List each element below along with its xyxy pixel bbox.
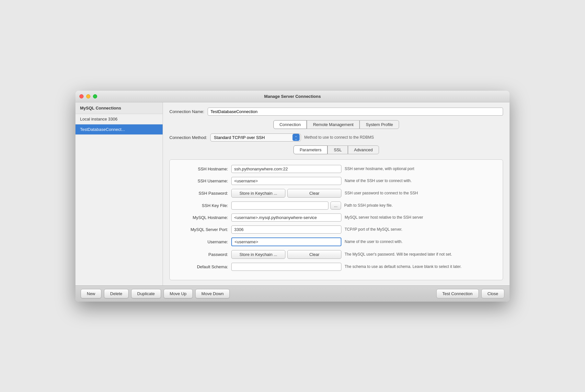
subtab-advanced[interactable]: Advanced xyxy=(348,145,379,154)
ssh-password-row: SSH Password: Store in Keychain ... Clea… xyxy=(176,189,496,198)
method-hint: Method to use to connect to the RDBMS xyxy=(304,135,374,140)
default-schema-hint: The schema to use as default schema. Lea… xyxy=(345,264,496,269)
method-select[interactable]: Standard TCP/IP over SSH xyxy=(210,133,301,142)
main-window: Manage Server Connections MySQL Connecti… xyxy=(75,91,510,302)
ssh-username-label: SSH Username: xyxy=(176,179,228,183)
ssh-password-btn-pair: Store in Keychain ... Clear xyxy=(231,189,341,198)
move-up-button[interactable]: Move Up xyxy=(164,289,193,298)
delete-button[interactable]: Delete xyxy=(104,289,129,298)
subtab-ssl[interactable]: SSL xyxy=(327,145,348,154)
sidebar-header: MySQL Connections xyxy=(75,102,163,114)
password-row: Password: Store in Keychain ... Clear Th… xyxy=(176,250,496,259)
method-label: Connection Method: xyxy=(169,135,207,140)
tab-remote-management[interactable]: Remote Management xyxy=(307,120,360,129)
ssh-key-file-hint: Path to SSH private key file. xyxy=(344,203,496,208)
mysql-store-keychain-button[interactable]: Store in Keychain ... xyxy=(231,250,285,259)
main-content: MySQL Connections Local instance 3306 Te… xyxy=(75,102,510,285)
new-button[interactable]: New xyxy=(81,289,101,298)
default-schema-row: Default Schema: The schema to use as def… xyxy=(176,263,496,271)
ssh-key-file-label: SSH Key File: xyxy=(176,203,228,208)
password-hint: The MySQL user's password. Will be reque… xyxy=(345,252,496,257)
ssh-hostname-input[interactable] xyxy=(231,165,341,173)
right-panel: Connection Name: Connection Remote Manag… xyxy=(163,102,510,285)
ssh-password-hint: SSH user password to connect to the SSH xyxy=(345,191,496,195)
ssh-clear-button[interactable]: Clear xyxy=(287,189,341,198)
mysql-port-hint: TCP/IP port of the MySQL server. xyxy=(345,227,496,232)
minimize-traffic-light[interactable] xyxy=(86,94,90,98)
params-container: SSH Hostname: SSH server hostname, with … xyxy=(169,159,503,280)
tab-system-profile[interactable]: System Profile xyxy=(360,120,399,129)
mysql-hostname-input[interactable] xyxy=(231,213,341,222)
mysql-port-label: MySQL Server Port: xyxy=(176,227,228,232)
sidebar: MySQL Connections Local instance 3306 Te… xyxy=(75,102,163,285)
mysql-port-row: MySQL Server Port: TCP/IP port of the My… xyxy=(176,225,496,234)
mysql-clear-button[interactable]: Clear xyxy=(287,250,341,259)
ssh-key-file-input[interactable] xyxy=(231,202,328,210)
ssh-username-row: SSH Username: Name of the SSH user to co… xyxy=(176,177,496,185)
params-wrapper: SSH Hostname: SSH server hostname, with … xyxy=(169,159,503,280)
ssh-key-browse-button[interactable]: ... xyxy=(330,202,341,210)
maximize-traffic-light[interactable] xyxy=(93,94,97,98)
test-connection-button[interactable]: Test Connection xyxy=(436,289,479,298)
subtabs-row: Parameters SSL Advanced xyxy=(169,145,503,154)
main-tabs-row: Connection Remote Management System Prof… xyxy=(169,120,503,129)
connection-name-label: Connection Name: xyxy=(169,109,204,114)
duplicate-button[interactable]: Duplicate xyxy=(131,289,161,298)
sidebar-item-test-db[interactable]: TestDatabaseConnect... xyxy=(75,124,163,135)
traffic-lights xyxy=(79,94,97,98)
window-title: Manage Server Connections xyxy=(264,94,321,99)
titlebar: Manage Server Connections xyxy=(75,91,510,102)
ssh-password-label: SSH Password: xyxy=(176,191,228,196)
ssh-username-input[interactable] xyxy=(231,177,341,185)
mysql-hostname-row: MySQL Hostname: MySQL server host relati… xyxy=(176,213,496,222)
tab-connection[interactable]: Connection xyxy=(273,120,307,129)
method-row: Connection Method: Standard TCP/IP over … xyxy=(169,133,503,142)
default-schema-label: Default Schema: xyxy=(176,264,228,269)
password-btn-pair: Store in Keychain ... Clear xyxy=(231,250,341,259)
username-label: Username: xyxy=(176,239,228,244)
username-input[interactable] xyxy=(231,237,341,246)
connection-name-input[interactable] xyxy=(208,108,503,116)
close-traffic-light[interactable] xyxy=(79,94,84,98)
method-select-wrapper: Standard TCP/IP over SSH xyxy=(210,133,301,142)
ssh-username-hint: Name of the SSH user to connect with. xyxy=(345,179,496,183)
ssh-hostname-row: SSH Hostname: SSH server hostname, with … xyxy=(176,165,496,173)
sidebar-item-local-instance[interactable]: Local instance 3306 xyxy=(75,114,163,124)
ssh-hostname-hint: SSH server hostname, with optional port xyxy=(345,167,496,171)
password-label: Password: xyxy=(176,252,228,257)
ssh-store-keychain-button[interactable]: Store in Keychain ... xyxy=(231,189,285,198)
mysql-port-input[interactable] xyxy=(231,225,341,234)
close-button[interactable]: Close xyxy=(481,289,504,298)
default-schema-input[interactable] xyxy=(231,263,341,271)
ssh-key-input-group: ... xyxy=(231,202,341,210)
subtab-parameters[interactable]: Parameters xyxy=(293,145,327,154)
mysql-hostname-hint: MySQL server host relative to the SSH se… xyxy=(345,215,496,220)
username-hint: Name of the user to connect with. xyxy=(345,239,496,244)
move-down-button[interactable]: Move Down xyxy=(195,289,230,298)
mysql-hostname-label: MySQL Hostname: xyxy=(176,215,228,220)
connection-name-row: Connection Name: xyxy=(169,108,503,116)
bottom-bar: New Delete Duplicate Move Up Move Down T… xyxy=(75,285,510,302)
username-row: Username: Name of the user to connect wi… xyxy=(176,237,496,246)
ssh-key-file-row: SSH Key File: ... Path to SSH private ke… xyxy=(176,202,496,210)
ssh-hostname-label: SSH Hostname: xyxy=(176,167,228,171)
